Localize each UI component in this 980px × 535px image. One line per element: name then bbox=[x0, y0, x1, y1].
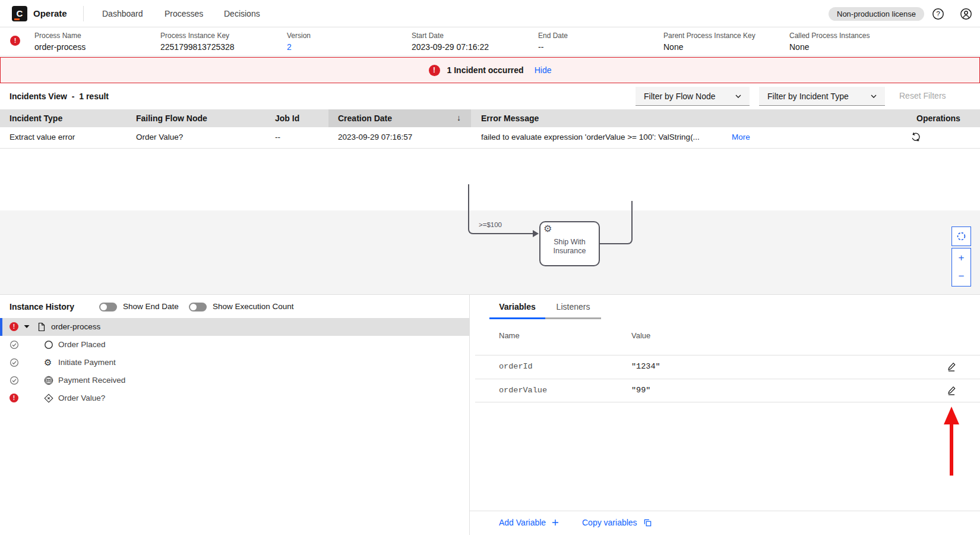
field-label: Process Instance Key bbox=[160, 32, 235, 40]
instance-history-title: Instance History bbox=[10, 302, 74, 311]
completed-check-icon bbox=[10, 358, 19, 367]
start-event-icon bbox=[44, 340, 53, 350]
filter-by-incident-type-dropdown[interactable]: Filter by Incident Type bbox=[759, 87, 885, 106]
variable-value: "99" bbox=[631, 386, 650, 395]
camunda-logo-letter: C bbox=[17, 8, 23, 18]
field-parent-process-instance-key: Parent Process Instance Key None bbox=[663, 32, 755, 52]
edit-variable-button[interactable] bbox=[946, 361, 958, 373]
chevron-down-icon bbox=[24, 325, 30, 329]
col-creation-date-sort[interactable]: Creation Date ↓ bbox=[328, 109, 471, 127]
nav-decisions[interactable]: Decisions bbox=[224, 9, 260, 18]
tree-row-label: Initiate Payment bbox=[58, 358, 116, 367]
service-task-gear-icon: ⚙ bbox=[543, 223, 552, 234]
tree-row-order-placed[interactable]: Order Placed bbox=[0, 336, 469, 354]
show-execution-count-label: Show Execution Count bbox=[213, 302, 294, 311]
field-process-instance-key: Process Instance Key 2251799813725328 bbox=[160, 32, 235, 52]
tree-row-order-process[interactable]: ! order-process bbox=[0, 318, 469, 336]
show-end-date-label: Show End Date bbox=[123, 302, 179, 311]
tree-row-order-value[interactable]: ! Order Value? bbox=[0, 389, 469, 407]
exclusive-gateway-icon bbox=[44, 394, 53, 403]
edit-variable-button[interactable] bbox=[946, 385, 958, 397]
retry-incident-row-button[interactable] bbox=[911, 132, 921, 143]
show-execution-count-toggle[interactable] bbox=[189, 303, 207, 311]
field-called-process-instances: Called Process Instances None bbox=[789, 32, 870, 52]
cell-error-message: failed to evaluate expression 'orderValu… bbox=[481, 133, 726, 141]
incidents-view-title: Incidents View - 1 result bbox=[10, 92, 109, 101]
process-instance-header: ! Process Name order-process Process Ins… bbox=[0, 27, 980, 56]
add-variable-button[interactable]: Add Variable bbox=[499, 518, 559, 527]
nav-processes[interactable]: Processes bbox=[165, 9, 203, 18]
show-end-date-toggle[interactable] bbox=[99, 303, 117, 311]
tab-variables[interactable]: Variables bbox=[489, 295, 545, 319]
message-catch-event-icon bbox=[44, 376, 53, 385]
version-link[interactable]: 2 bbox=[287, 42, 311, 52]
incident-state-icon: ! bbox=[10, 322, 18, 331]
field-label: Start Date bbox=[412, 32, 489, 40]
copy-icon bbox=[643, 518, 652, 527]
svg-text:?: ? bbox=[936, 10, 940, 18]
incidents-table-header: Incident Type Failing Flow Node Job Id C… bbox=[0, 109, 980, 127]
annotation-arrow-shaft bbox=[950, 423, 953, 476]
bpmn-task-ship-with-insurance[interactable]: ⚙ Ship With Insurance bbox=[539, 221, 600, 266]
annotation-arrow-head bbox=[944, 407, 959, 424]
error-more-link[interactable]: More bbox=[732, 133, 750, 141]
field-process-name: Process Name order-process bbox=[34, 32, 86, 52]
license-badge: Non-production license bbox=[829, 7, 924, 21]
field-version: Version 2 bbox=[287, 32, 311, 52]
field-value: -- bbox=[538, 42, 568, 52]
reset-filters-button[interactable]: Reset Filters bbox=[899, 91, 946, 100]
diagram-zoom-out-button[interactable]: − bbox=[951, 267, 971, 287]
panel-divider bbox=[469, 295, 470, 535]
tab-listeners[interactable]: Listeners bbox=[545, 295, 601, 319]
incident-table-row[interactable]: Extract value error Order Value? -- 2023… bbox=[0, 127, 980, 149]
cell-incident-type: Extract value error bbox=[10, 133, 75, 141]
field-value: 2251799813725328 bbox=[160, 42, 235, 52]
incident-banner: ! 1 Incident occurred Hide bbox=[0, 57, 980, 83]
process-document-icon bbox=[37, 322, 46, 332]
tree-row-payment-received[interactable]: Payment Received bbox=[0, 372, 469, 389]
filter-by-flow-node-dropdown[interactable]: Filter by Flow Node bbox=[636, 87, 750, 106]
field-label: Process Name bbox=[34, 32, 86, 40]
top-navigation-bar: C Operate Dashboard Processes Decisions … bbox=[0, 0, 980, 27]
variable-name: orderId bbox=[499, 362, 533, 371]
sequence-flow-arrowhead bbox=[533, 230, 539, 237]
col-operations: Operations bbox=[916, 114, 960, 123]
variables-footer: Add Variable Copy variables bbox=[470, 511, 980, 535]
process-diagram-panel[interactable]: >=$100 ⚙ Ship With Insurance + − bbox=[0, 149, 980, 294]
user-icon[interactable] bbox=[960, 8, 972, 20]
copy-variables-button[interactable]: Copy variables bbox=[582, 518, 652, 527]
app-name: Operate bbox=[33, 8, 67, 18]
diagram-reset-view-button[interactable] bbox=[951, 226, 971, 246]
cell-job-id: -- bbox=[275, 133, 280, 141]
field-label: Version bbox=[287, 32, 311, 40]
edit-pencil-icon bbox=[946, 385, 957, 396]
sequence-flow-label: >=$100 bbox=[479, 221, 502, 228]
variable-row-ordervalue: orderValue "99" bbox=[475, 379, 980, 402]
tree-row-label: Order Placed bbox=[58, 340, 106, 349]
banner-incident-icon: ! bbox=[429, 65, 440, 76]
completed-check-icon bbox=[10, 376, 19, 385]
field-label: End Date bbox=[538, 32, 568, 40]
field-label: Called Process Instances bbox=[789, 32, 870, 40]
tree-row-initiate-payment[interactable]: ⚙ Initiate Payment bbox=[0, 354, 469, 372]
incidents-result-count: 1 result bbox=[79, 92, 109, 101]
bottom-panels: Instance History Show End Date Show Exec… bbox=[0, 294, 980, 535]
field-start-date: Start Date 2023-09-29 07:16:22 bbox=[412, 32, 489, 52]
variable-name: orderValue bbox=[499, 386, 547, 395]
col-error-message: Error Message bbox=[481, 114, 539, 123]
incident-state-icon: ! bbox=[10, 394, 18, 402]
field-value: order-process bbox=[34, 42, 86, 52]
banner-hide-link[interactable]: Hide bbox=[535, 65, 552, 75]
sort-descending-icon: ↓ bbox=[457, 113, 461, 122]
nav-dashboard[interactable]: Dashboard bbox=[102, 9, 143, 18]
field-value: 2023-09-29 07:16:22 bbox=[412, 42, 489, 52]
col-failing-flow-node: Failing Flow Node bbox=[136, 114, 207, 123]
diagram-zoom-in-button[interactable]: + bbox=[951, 248, 971, 268]
tree-row-label: Order Value? bbox=[58, 394, 105, 402]
tree-row-label: order-process bbox=[51, 322, 100, 331]
tree-row-label: Payment Received bbox=[58, 376, 125, 385]
help-icon[interactable]: ? bbox=[932, 8, 944, 20]
completed-check-icon bbox=[10, 340, 19, 350]
field-label: Parent Process Instance Key bbox=[663, 32, 755, 40]
variables-col-name: Name bbox=[499, 331, 520, 340]
